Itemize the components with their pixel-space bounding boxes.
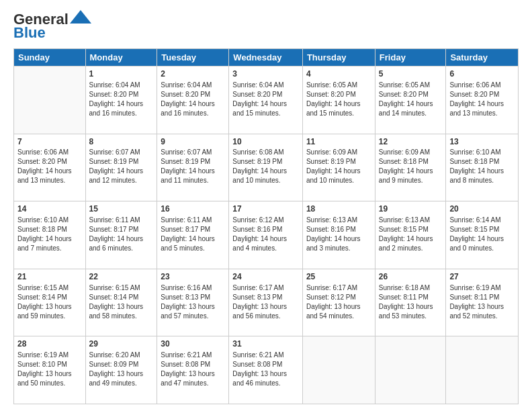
weekday-sunday: Sunday [14,49,86,66]
empty-cell [302,336,375,404]
day-cell-9: 9Sunrise: 6:07 AM Sunset: 8:19 PM Daylig… [157,134,229,201]
day-cell-18: 18Sunrise: 6:13 AM Sunset: 8:16 PM Dayli… [302,201,375,269]
day-info: Sunrise: 6:19 AM Sunset: 8:11 PM Dayligh… [449,283,515,321]
logo-blue: Blue [13,24,46,42]
weekday-thursday: Thursday [302,49,375,66]
day-number: 4 [306,68,371,80]
day-info: Sunrise: 6:17 AM Sunset: 8:13 PM Dayligh… [232,283,299,321]
day-number: 19 [379,203,443,215]
day-cell-17: 17Sunrise: 6:12 AM Sunset: 8:16 PM Dayli… [229,201,303,269]
day-number: 30 [161,338,225,350]
day-info: Sunrise: 6:09 AM Sunset: 8:18 PM Dayligh… [379,148,443,185]
day-cell-29: 29Sunrise: 6:20 AM Sunset: 8:09 PM Dayli… [85,336,157,404]
day-number: 13 [449,136,515,148]
day-cell-28: 28Sunrise: 6:19 AM Sunset: 8:10 PM Dayli… [14,336,86,404]
day-info: Sunrise: 6:19 AM Sunset: 8:10 PM Dayligh… [17,351,82,388]
day-info: Sunrise: 6:20 AM Sunset: 8:09 PM Dayligh… [89,351,154,388]
day-info: Sunrise: 6:04 AM Sunset: 8:20 PM Dayligh… [89,81,154,118]
weekday-monday: Monday [85,49,157,66]
day-cell-30: 30Sunrise: 6:21 AM Sunset: 8:08 PM Dayli… [157,336,229,404]
empty-cell [375,336,446,404]
day-info: Sunrise: 6:17 AM Sunset: 8:12 PM Dayligh… [306,283,371,321]
day-info: Sunrise: 6:07 AM Sunset: 8:19 PM Dayligh… [161,148,225,185]
svg-marker-0 [70,10,91,24]
day-number: 29 [89,338,154,350]
day-info: Sunrise: 6:04 AM Sunset: 8:20 PM Dayligh… [232,81,299,118]
day-cell-14: 14Sunrise: 6:10 AM Sunset: 8:18 PM Dayli… [14,201,86,269]
day-cell-26: 26Sunrise: 6:18 AM Sunset: 8:11 PM Dayli… [375,269,446,336]
day-cell-6: 6Sunrise: 6:06 AM Sunset: 8:20 PM Daylig… [446,66,519,134]
day-info: Sunrise: 6:06 AM Sunset: 8:20 PM Dayligh… [449,81,515,118]
empty-cell [446,336,519,404]
weekday-wednesday: Wednesday [229,49,303,66]
day-cell-4: 4Sunrise: 6:05 AM Sunset: 8:20 PM Daylig… [302,66,375,134]
weekday-header-row: SundayMondayTuesdayWednesdayThursdayFrid… [14,49,519,66]
day-number: 14 [17,203,82,215]
day-cell-3: 3Sunrise: 6:04 AM Sunset: 8:20 PM Daylig… [229,66,303,134]
day-number: 27 [449,271,515,283]
day-number: 16 [161,203,225,215]
day-info: Sunrise: 6:15 AM Sunset: 8:14 PM Dayligh… [17,283,82,321]
day-info: Sunrise: 6:07 AM Sunset: 8:19 PM Dayligh… [89,148,154,185]
day-cell-7: 7Sunrise: 6:06 AM Sunset: 8:20 PM Daylig… [14,134,86,201]
day-cell-5: 5Sunrise: 6:05 AM Sunset: 8:20 PM Daylig… [375,66,446,134]
day-cell-27: 27Sunrise: 6:19 AM Sunset: 8:11 PM Dayli… [446,269,519,336]
day-info: Sunrise: 6:11 AM Sunset: 8:17 PM Dayligh… [161,216,225,253]
day-number: 20 [449,203,515,215]
day-number: 28 [17,338,82,350]
day-number: 1 [89,68,154,80]
week-row-3: 14Sunrise: 6:10 AM Sunset: 8:18 PM Dayli… [14,201,519,269]
day-cell-1: 1Sunrise: 6:04 AM Sunset: 8:20 PM Daylig… [85,66,157,134]
day-info: Sunrise: 6:05 AM Sunset: 8:20 PM Dayligh… [379,81,443,118]
day-info: Sunrise: 6:05 AM Sunset: 8:20 PM Dayligh… [306,81,371,118]
day-info: Sunrise: 6:04 AM Sunset: 8:20 PM Dayligh… [161,81,225,118]
day-info: Sunrise: 6:14 AM Sunset: 8:15 PM Dayligh… [449,216,515,253]
empty-cell [14,66,86,134]
day-number: 6 [449,68,515,80]
day-info: Sunrise: 6:08 AM Sunset: 8:19 PM Dayligh… [232,148,299,185]
day-cell-13: 13Sunrise: 6:10 AM Sunset: 8:18 PM Dayli… [446,134,519,201]
week-row-2: 7Sunrise: 6:06 AM Sunset: 8:20 PM Daylig… [14,134,519,201]
weekday-tuesday: Tuesday [157,49,229,66]
day-info: Sunrise: 6:09 AM Sunset: 8:19 PM Dayligh… [306,148,371,185]
day-info: Sunrise: 6:13 AM Sunset: 8:16 PM Dayligh… [306,216,371,253]
day-info: Sunrise: 6:10 AM Sunset: 8:18 PM Dayligh… [449,148,515,185]
day-number: 18 [306,203,371,215]
day-cell-23: 23Sunrise: 6:16 AM Sunset: 8:13 PM Dayli… [157,269,229,336]
day-number: 2 [161,68,225,80]
day-number: 12 [379,136,443,148]
day-number: 17 [232,203,299,215]
day-number: 3 [232,68,299,80]
day-number: 25 [306,271,371,283]
week-row-4: 21Sunrise: 6:15 AM Sunset: 8:14 PM Dayli… [14,269,519,336]
day-number: 9 [161,136,225,148]
day-info: Sunrise: 6:10 AM Sunset: 8:18 PM Dayligh… [17,216,82,253]
day-number: 8 [89,136,154,148]
day-number: 5 [379,68,443,80]
day-info: Sunrise: 6:12 AM Sunset: 8:16 PM Dayligh… [232,216,299,253]
day-cell-10: 10Sunrise: 6:08 AM Sunset: 8:19 PM Dayli… [229,134,303,201]
day-cell-31: 31Sunrise: 6:21 AM Sunset: 8:08 PM Dayli… [229,336,303,404]
header: General Blue [13,11,519,42]
day-cell-25: 25Sunrise: 6:17 AM Sunset: 8:12 PM Dayli… [302,269,375,336]
day-cell-12: 12Sunrise: 6:09 AM Sunset: 8:18 PM Dayli… [375,134,446,201]
day-cell-11: 11Sunrise: 6:09 AM Sunset: 8:19 PM Dayli… [302,134,375,201]
weekday-friday: Friday [375,49,446,66]
weekday-saturday: Saturday [446,49,519,66]
day-number: 21 [17,271,82,283]
day-info: Sunrise: 6:21 AM Sunset: 8:08 PM Dayligh… [232,351,299,388]
day-number: 10 [232,136,299,148]
page: General Blue SundayMondayTuesdayWednesda… [0,0,532,411]
day-cell-19: 19Sunrise: 6:13 AM Sunset: 8:15 PM Dayli… [375,201,446,269]
day-number: 15 [89,203,154,215]
day-cell-15: 15Sunrise: 6:11 AM Sunset: 8:17 PM Dayli… [85,201,157,269]
day-cell-24: 24Sunrise: 6:17 AM Sunset: 8:13 PM Dayli… [229,269,303,336]
day-cell-16: 16Sunrise: 6:11 AM Sunset: 8:17 PM Dayli… [157,201,229,269]
day-number: 23 [161,271,225,283]
day-number: 22 [89,271,154,283]
day-info: Sunrise: 6:15 AM Sunset: 8:14 PM Dayligh… [89,283,154,321]
day-number: 11 [306,136,371,148]
day-info: Sunrise: 6:21 AM Sunset: 8:08 PM Dayligh… [161,351,225,388]
day-info: Sunrise: 6:16 AM Sunset: 8:13 PM Dayligh… [161,283,225,321]
day-number: 7 [17,136,82,148]
